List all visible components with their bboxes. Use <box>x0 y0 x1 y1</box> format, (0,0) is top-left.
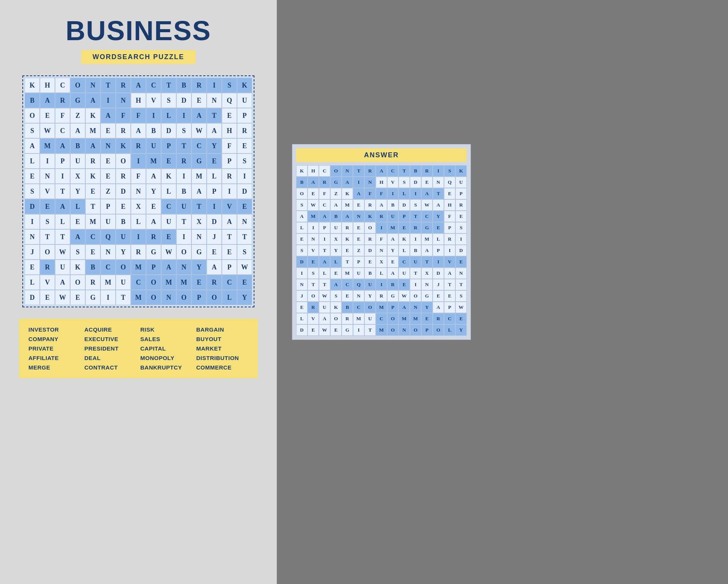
answer-grid-cell: F <box>364 188 376 199</box>
grid-cell: U <box>237 93 252 108</box>
answer-grid-cell: I <box>433 256 444 268</box>
grid-cell: I <box>100 93 116 108</box>
grid-cell: N <box>161 290 176 305</box>
grid-cell: A <box>70 123 85 138</box>
grid-cell: I <box>146 108 161 123</box>
answer-grid-cell: Q <box>444 177 455 188</box>
answer-grid-cell: E <box>364 256 376 268</box>
grid-cell: N <box>131 184 146 199</box>
grid-cell: D <box>116 184 131 199</box>
grid-cell: D <box>161 123 176 138</box>
grid-cell: A <box>191 184 207 199</box>
answer-grid-cell: R <box>455 199 467 211</box>
grid-cell: M <box>191 169 207 184</box>
word-item: SALES <box>140 336 193 342</box>
grid-cell: U <box>161 214 176 229</box>
grid-cell: E <box>100 123 116 138</box>
answer-grid-cell: K <box>296 165 308 177</box>
grid-cell: T <box>161 78 176 93</box>
answer-grid-cell: S <box>296 245 308 256</box>
grid-cell: S <box>222 78 237 93</box>
answer-grid-cell: M <box>308 211 319 222</box>
answer-grid-cell: U <box>410 256 421 268</box>
grid-cell: V <box>40 184 55 199</box>
answer-title: ANSWER <box>296 151 467 159</box>
answer-grid-cell: N <box>342 165 353 177</box>
answer-grid-cell: C <box>353 302 364 313</box>
grid-cell: U <box>70 153 85 169</box>
answer-grid-cell: O <box>330 313 342 324</box>
grid-cell: T <box>176 214 191 229</box>
grid-cell: I <box>222 184 237 199</box>
answer-grid-cell: U <box>330 222 342 233</box>
grid-cell: W <box>55 244 70 260</box>
grid-cell: C <box>191 138 207 153</box>
answer-grid-cell: T <box>319 245 330 256</box>
subtitle: WORDSEARCH PUZZLE <box>93 53 184 61</box>
answer-grid-cell: S <box>455 222 467 233</box>
answer-grid-cell: I <box>410 233 421 245</box>
answer-grid-cell: L <box>433 233 444 245</box>
answer-grid-cell: D <box>433 268 444 279</box>
answer-box: ANSWER KHCONTRACTBRISKBARGAINHVSDENQUOEF… <box>292 144 471 340</box>
answer-grid-cell: W <box>421 199 433 211</box>
grid-cell: R <box>40 260 55 275</box>
answer-grid-cell: G <box>387 290 399 302</box>
grid-cell: T <box>237 229 252 244</box>
grid-cell: A <box>40 93 55 108</box>
answer-grid-cell: E <box>399 279 410 290</box>
answer-grid-cell: P <box>319 222 330 233</box>
answer-grid-cell: L <box>376 268 387 279</box>
word-item: COMPANY <box>28 336 81 342</box>
grid-cell: V <box>222 199 237 214</box>
answer-grid-cell: B <box>342 302 353 313</box>
answer-grid-cell: A <box>433 302 444 313</box>
answer-grid-cell: T <box>433 188 444 199</box>
grid-cell: R <box>237 123 252 138</box>
grid-cell: I <box>176 229 191 244</box>
answer-grid-cell: E <box>330 324 342 336</box>
answer-grid-cell: S <box>399 177 410 188</box>
grid-cell: K <box>116 138 131 153</box>
answer-grid-cell: Y <box>455 324 467 336</box>
main-title: BUSINESS <box>66 15 211 46</box>
grid-cell: Y <box>207 138 222 153</box>
answer-grid-cell: R <box>319 177 330 188</box>
grid-cell: F <box>222 138 237 153</box>
grid-cell: E <box>191 93 207 108</box>
grid-cell: T <box>100 78 116 93</box>
grid-cell: W <box>40 123 55 138</box>
grid-cell: M <box>85 123 100 138</box>
answer-grid-cell: E <box>421 313 433 324</box>
grid-cell: N <box>176 260 191 275</box>
word-item: PRESIDENT <box>85 345 137 352</box>
grid-cell: I <box>40 153 55 169</box>
answer-grid-cell: K <box>342 233 353 245</box>
answer-grid-cell: P <box>421 324 433 336</box>
word-list: INVESTORACQUIRERISKBARGAINCOMPANYEXECUTI… <box>19 319 258 378</box>
grid-cell: S <box>161 93 176 108</box>
answer-grid-cell: E <box>330 268 342 279</box>
answer-grid-cell: M <box>376 324 387 336</box>
grid-cell: A <box>207 123 222 138</box>
answer-grid-cell: I <box>376 222 387 233</box>
answer-grid-cell: M <box>342 199 353 211</box>
answer-grid-cell: O <box>387 324 399 336</box>
answer-grid-cell: N <box>433 177 444 188</box>
answer-grid-cell: R <box>387 279 399 290</box>
answer-grid-cell: N <box>410 302 421 313</box>
grid-cell: A <box>191 108 207 123</box>
answer-grid-cell: G <box>330 177 342 188</box>
grid-cell: P <box>207 184 222 199</box>
grid-cell: S <box>25 184 40 199</box>
answer-grid-cell: N <box>353 211 364 222</box>
grid-cell: C <box>222 275 237 290</box>
answer-grid-cell: C <box>387 165 399 177</box>
answer-grid-cell: N <box>296 279 308 290</box>
answer-grid-cell: A <box>376 165 387 177</box>
answer-grid-cell: N <box>455 268 467 279</box>
answer-grid-cell: W <box>455 302 467 313</box>
answer-grid-cell: O <box>410 290 421 302</box>
grid-cell: P <box>100 199 116 214</box>
grid-cell: F <box>55 108 70 123</box>
